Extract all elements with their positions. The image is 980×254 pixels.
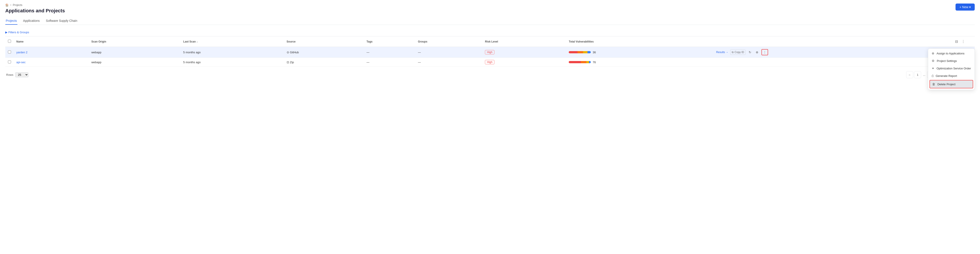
copy-id-label: Copy ID (735, 51, 744, 54)
settings-icon: ⚙ (932, 59, 935, 63)
row1-bar-blue (587, 51, 591, 53)
row1-bar-yellow (583, 51, 587, 53)
tab-applications[interactable]: Applications (23, 17, 40, 25)
row1-source: ⊙GitHub (284, 47, 364, 58)
menu-settings-label: Project Settings (937, 59, 957, 63)
row1-last-scan: 5 months ago (181, 47, 284, 58)
row1-vuln-count: 36 (593, 51, 596, 54)
row2-bar-yellow (586, 61, 589, 63)
select-all-checkbox[interactable] (8, 40, 11, 43)
page-wrapper: 🏠 > Projects Applications and Projects +… (0, 0, 980, 254)
row1-refresh-btn[interactable]: ↻ (747, 49, 752, 55)
row2-vuln-count: 76 (593, 60, 596, 64)
tab-projects[interactable]: Projects (5, 17, 18, 25)
row2-source: ⊡Zip (284, 58, 364, 67)
page-1-btn[interactable]: 1 (914, 71, 921, 78)
col-source: Source (284, 37, 364, 47)
breadcrumb-current: Projects (13, 3, 22, 6)
copy-icon: ⧉ (732, 51, 734, 54)
menu-report-label: Generate Report (935, 74, 957, 78)
rows-label: Rows (6, 73, 13, 76)
projects-table: Name Scan Origin Last Scan ↓ Source Tags… (5, 37, 975, 67)
row2-risk: High (482, 58, 566, 67)
row2-project-link[interactable]: api-sec (16, 60, 25, 64)
row2-last-scan: 5 months ago (181, 58, 284, 67)
optimization-icon: ✦ (932, 67, 934, 70)
github-icon: ⊙ (287, 51, 289, 54)
tabs-container: Projects Applications Software Supply Ch… (5, 17, 975, 25)
report-icon: ⎙ (932, 74, 934, 78)
chevron-right-icon: ▶ (5, 31, 8, 34)
new-button[interactable]: + New ▾ (956, 3, 975, 11)
table-wrapper: Name Scan Origin Last Scan ↓ Source Tags… (5, 37, 975, 67)
page-title: Applications and Projects (5, 8, 975, 14)
row2-risk-badge: High (485, 60, 495, 64)
filters-row: ▶ Filters & Groups (5, 29, 975, 37)
row1-risk-badge: High (485, 50, 495, 54)
rows-selector: Rows 10 25 50 100 (6, 72, 29, 77)
row1-groups: — (415, 47, 482, 58)
col-actions: ⊟ ⋮ (713, 37, 975, 47)
row2-groups: — (415, 58, 482, 67)
col-tags: Tags (364, 37, 415, 47)
assign-icon: ⊕ (932, 52, 934, 55)
menu-optimization-label: Optimization Service Order (937, 67, 971, 70)
col-total-vuln: Total Vulnerabilities (566, 37, 713, 47)
col-groups: Groups (415, 37, 482, 47)
page-ellipsis: ... (922, 73, 926, 76)
row1-tags: — (364, 47, 415, 58)
rows-per-page-select[interactable]: 10 25 50 100 (15, 72, 29, 77)
row2-name: api-sec (14, 58, 89, 67)
menu-optimization[interactable]: ✦ Optimization Service Order (928, 65, 975, 72)
row2-vuln: 76 (566, 58, 713, 67)
row2-tags: — (364, 58, 415, 67)
row1-vuln: 36 (566, 47, 713, 58)
table-row: api-sec webapp 5 months ago ⊡Zip — — Hig… (5, 58, 975, 67)
delete-icon: 🗑 (932, 83, 935, 86)
col-scan-origin: Scan Origin (89, 37, 181, 47)
menu-report[interactable]: ⎙ Generate Report (928, 72, 975, 79)
row2-bar-orange (581, 61, 586, 63)
header-checkbox-cell (5, 37, 14, 47)
context-menu: ⊕ Assign to Applications ⚙ Project Setti… (928, 48, 975, 90)
row1-bar-red (569, 51, 578, 53)
row1-checkbox[interactable] (8, 51, 11, 54)
filters-label: Filters & Groups (8, 31, 29, 34)
row2-bar-blue (589, 61, 591, 63)
home-icon[interactable]: 🏠 (5, 3, 9, 6)
row1-checkbox-cell (5, 47, 14, 58)
row1-project-link[interactable]: yarden 2 (16, 51, 27, 54)
prev-page-btn[interactable]: ← (906, 71, 913, 78)
breadcrumb: 🏠 > Projects (5, 3, 975, 6)
row1-name: yarden 2 (14, 47, 89, 58)
col-name: Name (14, 37, 89, 47)
row1-results-link[interactable]: Results → (716, 51, 728, 54)
row1-more-btn[interactable]: ⋮ (762, 49, 768, 55)
row1-risk: High (482, 47, 566, 58)
more-options-btn[interactable]: ⋮ (961, 38, 966, 44)
row1-vuln-bar (569, 51, 591, 53)
row1-scan-origin: webapp (89, 47, 181, 58)
filter-icon-btn[interactable]: ⊟ (954, 38, 959, 44)
row1-copy-id-btn[interactable]: ⧉ Copy ID (730, 49, 746, 55)
breadcrumb-separator: > (10, 3, 11, 6)
menu-assign[interactable]: ⊕ Assign to Applications (928, 49, 975, 57)
row2-scan-origin: webapp (89, 58, 181, 67)
row1-bar-orange (578, 51, 583, 53)
row2-checkbox[interactable] (8, 60, 11, 64)
filters-toggle[interactable]: ▶ Filters & Groups (5, 31, 29, 34)
menu-settings[interactable]: ⚙ Project Settings (928, 57, 975, 65)
col-risk-level: Risk Level (482, 37, 566, 47)
col-last-scan[interactable]: Last Scan ↓ (181, 37, 284, 47)
menu-delete-label: Delete Project (937, 83, 956, 86)
menu-delete[interactable]: 🗑 Delete Project (929, 80, 973, 88)
footer-row: Rows 10 25 50 100 ← 1 ... 5 6 7 8 9 → (5, 68, 975, 81)
row1-link-btn[interactable]: ⊕ (754, 49, 760, 55)
row2-checkbox-cell (5, 58, 14, 67)
row2-vuln-bar (569, 61, 591, 63)
tab-software-supply-chain[interactable]: Software Supply Chain (45, 17, 78, 25)
zip-icon: ⊡ (287, 60, 289, 64)
table-header-row: Name Scan Origin Last Scan ↓ Source Tags… (5, 37, 975, 47)
menu-assign-label: Assign to Applications (937, 52, 964, 55)
row2-bar-red (569, 61, 581, 63)
